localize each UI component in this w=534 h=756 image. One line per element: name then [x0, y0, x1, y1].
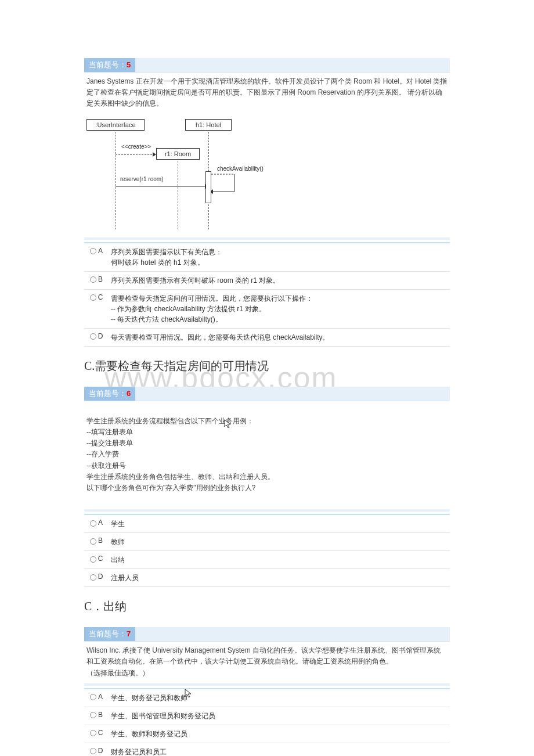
option-letter: B: [98, 275, 103, 283]
question-7-header: 当前题号：7: [84, 627, 135, 641]
radio-7d[interactable]: [90, 748, 96, 754]
question-6-header: 当前题号：6: [84, 387, 135, 401]
table-row: A 序列关系图需要指示以下有关信息： 何时破坏 hotel 类的 h1 对象。: [84, 243, 450, 272]
answer-6: C．出纳: [84, 599, 450, 614]
table-row: B 教师: [84, 533, 450, 551]
radio-7a[interactable]: [90, 694, 96, 700]
radio-5d[interactable]: [90, 333, 96, 340]
option-5a-text: 序列关系图需要指示以下有关信息： 何时破坏 hotel 类的 h1 对象。: [109, 243, 450, 272]
question-5-header: 当前题号：5: [84, 58, 135, 72]
option-letter: B: [98, 711, 103, 719]
diagram-object-room: r1: Room: [156, 148, 200, 160]
table-row: A 学生: [84, 514, 450, 533]
svg-marker-1: [153, 152, 156, 157]
table-row: B 学生、图书馆管理员和财务登记员: [84, 707, 450, 725]
diagram-object-hotel: h1: Hotel: [185, 119, 232, 131]
table-row: D 注册人员: [84, 569, 450, 587]
option-6a-text: 学生: [109, 514, 450, 533]
question-5-options: A 序列关系图需要指示以下有关信息： 何时破坏 hotel 类的 h1 对象。 …: [84, 242, 450, 347]
sequence-diagram: :UserInterface h1: Hotel r1: Room <<crea…: [84, 114, 450, 237]
table-row: C 学生、教师和财务登记员: [84, 725, 450, 743]
radio-6a[interactable]: [90, 520, 96, 527]
header-label: 当前题号：: [89, 60, 127, 69]
question-6-block: 当前题号：6 学生注册系统的业务流程模型包含以下四个业务用例： --填写注册表单…: [84, 387, 450, 588]
arrow-create: [116, 151, 156, 158]
question-6-stem: 学生注册系统的业务流程模型包含以下四个业务用例： --填写注册表单 --提交注册…: [84, 401, 450, 510]
header-number: 5: [127, 60, 131, 69]
table-row: A 学生、财务登记员和教师: [84, 689, 450, 707]
cursor-icon: [223, 419, 232, 428]
question-6-options: A 学生 B 教师 C 出纳 D 注册人员: [84, 514, 450, 587]
question-7-options: A 学生、财务登记员和教师 B 学生、图书馆管理员和财务登记员 C 学生、教师和…: [84, 688, 450, 756]
answer-5: C.需要检查每天指定房间的可用情况: [84, 358, 450, 374]
option-5c-text: 需要检查每天指定房间的可用情况。因此，您需要执行以下操作： -- 作为参数向 c…: [109, 289, 450, 328]
option-7c-text: 学生、教师和财务登记员: [109, 725, 450, 743]
header-number: 7: [127, 629, 131, 638]
option-letter: D: [98, 332, 103, 340]
header-label: 当前题号：: [89, 389, 127, 398]
option-letter: D: [98, 747, 103, 755]
header-number: 6: [127, 389, 131, 398]
option-7b-text: 学生、图书馆管理员和财务登记员: [109, 707, 450, 725]
option-letter: B: [98, 537, 103, 545]
option-letter: C: [98, 293, 103, 301]
option-7d-text: 财务登记员和员工: [109, 743, 450, 756]
option-letter: A: [98, 519, 103, 527]
table-row: D 财务登记员和员工: [84, 743, 450, 756]
table-row: D 每天需要检查可用情况。因此，您需要每天迭代消息 checkAvailabil…: [84, 328, 450, 346]
header-label: 当前题号：: [89, 629, 127, 638]
radio-5c[interactable]: [90, 294, 96, 301]
table-row: C 出纳: [84, 551, 450, 569]
radio-6d[interactable]: [90, 574, 96, 581]
option-6c-text: 出纳: [109, 551, 450, 569]
radio-5a[interactable]: [90, 248, 96, 254]
cursor-icon: [184, 688, 192, 697]
label-create: <<create>>: [121, 143, 151, 150]
radio-5b[interactable]: [90, 276, 96, 283]
question-5-stem: Janes Systems 正在开发一个用于实现酒店管理系统的软件。软件开发员设…: [84, 73, 450, 114]
arrow-reserve: [116, 183, 208, 190]
option-6b-text: 教师: [109, 533, 450, 551]
radio-7c[interactable]: [90, 730, 96, 736]
question-7-stem: Wilson Inc. 承接了使 University Management S…: [84, 642, 450, 683]
option-5b-text: 序列关系图需要指示有关何时破坏 room 类的 r1 对象。: [109, 271, 450, 289]
radio-7b[interactable]: [90, 712, 96, 718]
option-letter: A: [98, 693, 103, 701]
option-letter: C: [98, 729, 103, 737]
diagram-object-userinterface: :UserInterface: [86, 119, 145, 131]
option-letter: D: [98, 573, 103, 581]
radio-6b[interactable]: [90, 538, 96, 545]
question-5-block: 当前题号：5 Janes Systems 正在开发一个用于实现酒店管理系统的软件…: [84, 58, 450, 347]
question-7-block: 当前题号：7 Wilson Inc. 承接了使 University Manag…: [84, 627, 450, 756]
option-letter: C: [98, 555, 103, 563]
label-reserve: reserve(r1 room): [120, 176, 163, 182]
table-row: B 序列关系图需要指示有关何时破坏 room 类的 r1 对象。: [84, 271, 450, 289]
option-5d-text: 每天需要检查可用情况。因此，您需要每天迭代消息 checkAvailabilty…: [109, 328, 450, 346]
self-call-icon: [208, 171, 243, 200]
option-7a-text: 学生、财务登记员和教师: [109, 689, 450, 707]
option-6d-text: 注册人员: [109, 569, 450, 587]
activation-bar: [205, 171, 211, 203]
table-row: C 需要检查每天指定房间的可用情况。因此，您需要执行以下操作： -- 作为参数向…: [84, 289, 450, 328]
radio-6c[interactable]: [90, 556, 96, 563]
option-letter: A: [98, 247, 103, 255]
